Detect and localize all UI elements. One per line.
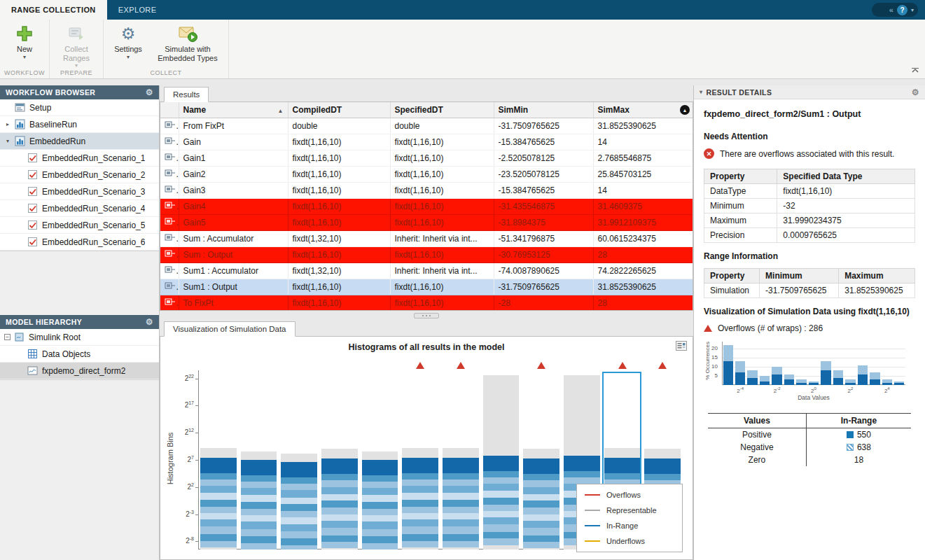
column-header-compileddt[interactable]: CompiledDT xyxy=(288,102,390,118)
simulink-root-icon xyxy=(14,332,25,342)
tree-collapse-icon[interactable]: − xyxy=(4,334,11,340)
tree-expander-icon[interactable]: ▾ xyxy=(4,138,11,144)
range-information-heading: Range Information xyxy=(704,251,915,261)
workflow-browser-panel: WORKFLOW BROWSER ⚙ Setup▸BaselineRun▾Emb… xyxy=(0,85,159,251)
range-header-row: PropertyMinimumMaximum xyxy=(704,269,915,284)
workflow-item-setup[interactable]: Setup xyxy=(0,99,159,116)
result-row-sum1-output[interactable]: Sum1 : Outputfixdt(1,16,10)fixdt(1,16,10… xyxy=(160,279,693,295)
plot-properties-button[interactable] xyxy=(676,341,687,353)
histogram-bin-band xyxy=(402,507,438,513)
scenario-icon xyxy=(27,237,39,247)
collect-ranges-button[interactable]: Collect Ranges ▾ xyxy=(57,23,96,68)
y-tick-label: 217 xyxy=(170,400,194,409)
selected-result-name: fxpdemo_direct_form2/Sum1 : Output xyxy=(704,109,915,119)
histogram-bin-band xyxy=(362,502,398,509)
new-button[interactable]: New ▾ xyxy=(7,23,42,59)
result-row-gain[interactable]: Gainfixdt(1,16,10)fixdt(1,16,10)-15.3847… xyxy=(160,134,693,150)
result-cell: fixdt(1,16,10) xyxy=(288,198,390,214)
help-button[interactable]: « ? ▾ xyxy=(872,3,918,17)
result-cell: -30.76953125 xyxy=(494,246,593,262)
workflow-gear-icon[interactable]: ⚙ xyxy=(146,88,153,97)
result-cell: double xyxy=(288,118,390,134)
tree-expander-icon[interactable]: ▸ xyxy=(4,121,11,127)
settings-button[interactable]: ⚙ Settings ▾ xyxy=(111,23,146,59)
collapse-toolstrip-button[interactable] xyxy=(911,66,919,76)
panel-expander-icon[interactable]: ▾ xyxy=(700,89,702,95)
histogram-bin-band xyxy=(281,462,317,477)
histogram-bin-band xyxy=(402,513,438,519)
mini-bar-inrange xyxy=(894,383,904,385)
histogram-bin-band xyxy=(644,474,681,480)
property-cell: Maximum xyxy=(704,214,777,228)
property-header: Property xyxy=(704,169,777,184)
result-cell: Gain5 xyxy=(179,214,288,230)
simulate-embedded-button[interactable]: Simulate with Embedded Types xyxy=(154,23,221,62)
result-row-to-fixpt[interactable]: To FixPtfixdt(1,16,10)fixdt(1,16,10)-282… xyxy=(160,295,693,311)
histogram-bin-band xyxy=(644,458,681,474)
result-cell: -15.384765625 xyxy=(494,182,593,198)
workflow-item-embeddedrun-scenario-2[interactable]: EmbeddedRun_Scenario_2 xyxy=(0,167,159,183)
result-row-gain3[interactable]: Gain3fixdt(1,16,10)fixdt(1,16,10)-15.384… xyxy=(160,182,693,198)
histogram-bin-band xyxy=(402,541,438,547)
model-hierarchy-gear-icon[interactable]: ⚙ xyxy=(146,318,153,326)
tab-results[interactable]: Results xyxy=(164,87,209,102)
table-menu-button[interactable]: ▲ xyxy=(680,105,690,115)
workflow-item-embeddedrun[interactable]: ▾EmbeddedRun xyxy=(0,133,159,150)
histogram-bin-band xyxy=(402,458,438,473)
column-header-simmax[interactable]: SimMax xyxy=(593,102,693,118)
tab-range-collection[interactable]: RANGE COLLECTION xyxy=(0,0,107,20)
histogram-column-gain2[interactable] xyxy=(319,370,360,550)
result-row-gain5[interactable]: Gain5fixdt(1,16,10)fixdt(1,16,10)-31.898… xyxy=(160,214,693,230)
result-row-sum-accumulator[interactable]: Sum : Accumulatorfixdt(1,32,10)Inherit: … xyxy=(160,230,693,246)
workflow-item-embeddedrun-scenario-3[interactable]: EmbeddedRun_Scenario_3 xyxy=(0,183,159,200)
histogram-column-sum-output[interactable] xyxy=(521,370,562,550)
left-sidebar: WORKFLOW BROWSER ⚙ Setup▸BaselineRun▾Emb… xyxy=(0,85,160,560)
result-row-gain4[interactable]: Gain4fixdt(1,16,10)fixdt(1,16,10)-31.435… xyxy=(160,198,693,214)
column-header-specifieddt[interactable]: SpecifiedDT xyxy=(390,102,494,118)
histogram-bin-band xyxy=(241,475,277,482)
histogram-column-gain3[interactable] xyxy=(360,370,401,550)
result-details-gear-icon[interactable]: ⚙ xyxy=(912,88,919,97)
workflow-item-baselinerun[interactable]: ▸BaselineRun xyxy=(0,116,159,133)
icon-column-header xyxy=(160,102,179,118)
histogram-bin-band xyxy=(362,529,398,537)
mini-bar-inrange xyxy=(735,372,745,385)
tab-visualization[interactable]: Visualization of Simulation Data xyxy=(164,321,295,337)
signal-icon xyxy=(160,182,179,198)
histogram-bin-band xyxy=(200,534,237,540)
result-row-from-fixpt[interactable]: From FixPtdoubledouble-31.750976562531.8… xyxy=(160,118,693,134)
workflow-item-embeddedrun-scenario-5[interactable]: EmbeddedRun_Scenario_5 xyxy=(0,217,159,234)
result-cell: fixdt(1,16,10) xyxy=(390,134,494,150)
histogram-column-gain5[interactable] xyxy=(440,370,481,550)
histogram-column-sum-accumulator[interactable] xyxy=(481,370,522,550)
histogram-bin-band xyxy=(321,507,358,514)
column-header-simmin[interactable]: SimMin xyxy=(494,102,593,118)
result-cell: 31.8525390625 xyxy=(593,118,693,134)
result-cell: 14 xyxy=(593,182,693,198)
result-row-gain2[interactable]: Gain2fixdt(1,16,10)fixdt(1,16,10)-23.520… xyxy=(160,166,693,182)
model-item-fxpdemo-direct-form2[interactable]: fxpdemo_direct_form2 xyxy=(0,363,159,379)
results-table: Name▲CompiledDTSpecifiedDTSimMinSimMaxFr… xyxy=(160,102,693,311)
histogram-bin-band xyxy=(402,493,438,499)
result-row-sum-output[interactable]: Sum : Outputfixdt(1,16,10)fixdt(1,16,10)… xyxy=(160,246,693,262)
histogram-column-gain[interactable] xyxy=(239,370,279,550)
result-row-sum1-accumulator[interactable]: Sum1 : Accumulatorfixdt(1,32,10)Inherit:… xyxy=(160,262,693,279)
model-item-data-objects[interactable]: Data Objects xyxy=(0,346,159,363)
result-row-gain1[interactable]: Gain1fixdt(1,16,10)fixdt(1,16,10)-2.5205… xyxy=(160,150,693,166)
result-cell: fixdt(1,32,10) xyxy=(288,262,390,279)
workflow-item-embeddedrun-scenario-4[interactable]: EmbeddedRun_Scenario_4 xyxy=(0,200,159,217)
histogram-bin-band xyxy=(281,484,317,490)
model-item-simulink-root[interactable]: −Simulink Root xyxy=(0,329,159,346)
range-header: Maximum xyxy=(839,269,915,284)
histogram-column-gain1[interactable] xyxy=(279,370,319,550)
workflow-item-embeddedrun-scenario-6[interactable]: EmbeddedRun_Scenario_6 xyxy=(0,234,159,251)
workflow-item-embeddedrun-scenario-1[interactable]: EmbeddedRun_Scenario_1 xyxy=(0,150,159,167)
histogram-bin-band xyxy=(200,493,237,499)
splitter-grip[interactable] xyxy=(414,313,439,318)
tab-explore[interactable]: EXPLORE xyxy=(107,0,168,20)
histogram-column-from-fixpt[interactable] xyxy=(198,370,239,550)
column-header-name[interactable]: Name▲ xyxy=(179,102,288,118)
range-header: Property xyxy=(704,269,760,284)
overflow-warning-text: There are overflows associated with this… xyxy=(720,149,894,159)
histogram-column-gain4[interactable] xyxy=(400,370,440,550)
